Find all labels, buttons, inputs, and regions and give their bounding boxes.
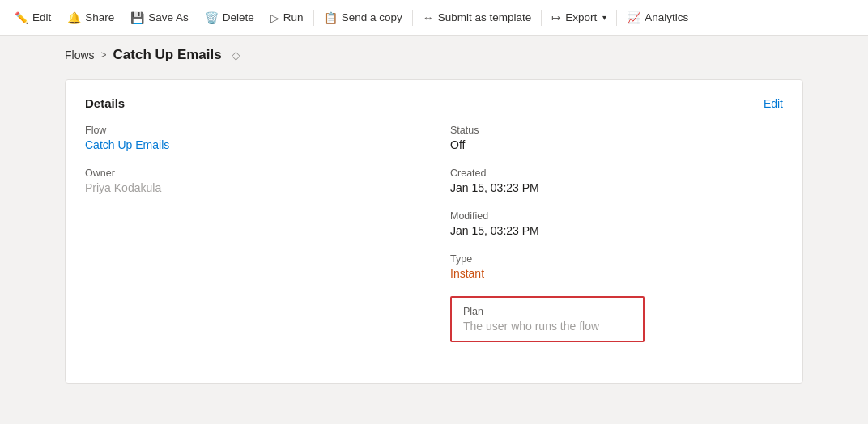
plan-box: Plan The user who runs the flow (450, 296, 645, 342)
run-label: Run (283, 11, 304, 23)
save-as-icon: 💾 (130, 11, 144, 24)
analytics-icon: 📈 (627, 11, 640, 24)
details-left-column: Flow Catch Up Emails Owner Priya Kodakul… (85, 125, 434, 358)
submit-template-button[interactable]: ↔ Submit as template (415, 0, 540, 35)
modified-value: Jan 15, 03:23 PM (450, 224, 783, 237)
breadcrumb-current: Catch Up Emails (113, 47, 222, 63)
submit-template-label: Submit as template (438, 11, 532, 23)
owner-field: Owner Priya Kodakula (85, 167, 402, 194)
toolbar-divider-3 (541, 10, 542, 26)
analytics-button[interactable]: 📈 Analytics (619, 0, 696, 35)
created-label: Created (450, 167, 783, 179)
export-label: Export (565, 11, 597, 23)
edit-label: Edit (32, 11, 51, 23)
submit-template-icon: ↔ (423, 11, 434, 24)
send-copy-icon: 📋 (324, 11, 338, 24)
toolbar-divider-4 (616, 10, 617, 26)
plan-label: Plan (463, 306, 632, 317)
delete-label: Delete (223, 11, 254, 23)
breadcrumb: Flows > Catch Up Emails ◇ (0, 36, 868, 71)
breadcrumb-flows-link[interactable]: Flows (65, 49, 95, 61)
delete-button[interactable]: 🗑️ Delete (197, 0, 262, 35)
export-chevron-icon: ▾ (602, 13, 606, 22)
save-as-button[interactable]: 💾 Save As (122, 0, 197, 35)
details-body: Flow Catch Up Emails Owner Priya Kodakul… (85, 125, 783, 358)
flow-field: Flow Catch Up Emails (85, 125, 402, 151)
plan-value: The user who runs the flow (463, 320, 632, 333)
flow-label: Flow (85, 125, 402, 136)
status-field: Status Off (450, 125, 783, 151)
share-label: Share (85, 11, 114, 23)
flow-value[interactable]: Catch Up Emails (85, 138, 402, 151)
export-button[interactable]: ↦ Export ▾ (543, 0, 615, 35)
analytics-label: Analytics (645, 11, 688, 23)
owner-value: Priya Kodakula (85, 181, 402, 194)
edit-button[interactable]: ✏️ Edit (6, 0, 59, 35)
toolbar: ✏️ Edit 🔔 Share 💾 Save As 🗑️ Delete ▷ Ru… (0, 0, 868, 36)
diamond-icon: ◇ (232, 49, 240, 61)
plan-field: Plan The user who runs the flow (450, 296, 783, 342)
toolbar-divider-2 (412, 10, 413, 26)
breadcrumb-separator: > (101, 49, 107, 61)
modified-field: Modified Jan 15, 03:23 PM (450, 210, 783, 237)
toolbar-divider-1 (313, 10, 314, 26)
details-right-column: Status Off Created Jan 15, 03:23 PM Modi… (434, 125, 783, 358)
created-value: Jan 15, 03:23 PM (450, 181, 783, 194)
type-field: Type Instant (450, 253, 783, 280)
export-icon: ↦ (551, 11, 561, 24)
run-icon: ▷ (270, 11, 279, 24)
send-copy-label: Send a copy (342, 11, 402, 23)
status-value: Off (450, 138, 783, 151)
details-header: Details Edit (85, 96, 783, 110)
details-card: Details Edit Flow Catch Up Emails Owner … (65, 79, 803, 384)
status-label: Status (450, 125, 783, 136)
delete-icon: 🗑️ (205, 11, 219, 24)
type-value: Instant (450, 267, 783, 280)
type-label: Type (450, 253, 783, 265)
edit-icon: ✏️ (15, 11, 28, 24)
details-title: Details (85, 96, 125, 110)
save-as-label: Save As (148, 11, 189, 23)
run-button[interactable]: ▷ Run (262, 0, 312, 35)
details-edit-link[interactable]: Edit (764, 97, 783, 110)
send-copy-button[interactable]: 📋 Send a copy (316, 0, 411, 35)
created-field: Created Jan 15, 03:23 PM (450, 167, 783, 194)
share-icon: 🔔 (67, 11, 81, 24)
share-button[interactable]: 🔔 Share (59, 0, 122, 35)
owner-label: Owner (85, 167, 402, 179)
modified-label: Modified (450, 210, 783, 222)
